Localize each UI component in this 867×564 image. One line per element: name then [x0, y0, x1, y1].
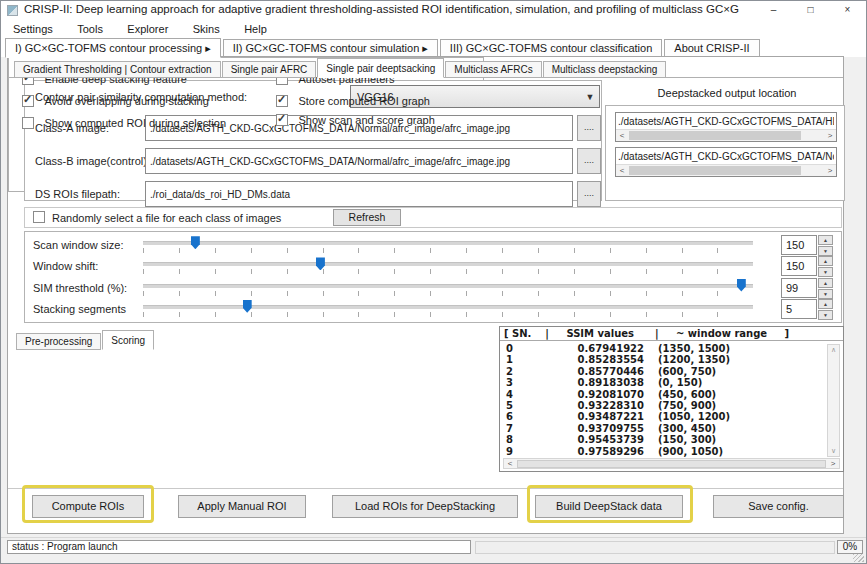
stacking-segments-slider[interactable] [143, 299, 753, 319]
scrollbar-thumb[interactable] [629, 166, 801, 175]
app-icon [7, 5, 18, 16]
sliders-group: Scan window size: 150 ▲ ▼ Window shift: [24, 231, 842, 323]
application-window: CRISP-II: Deep learning approach for ada… [0, 0, 867, 564]
subtab-multiclass-afrcs[interactable]: Multiclass AFRCs [445, 61, 541, 78]
stacking-segments-label: Stacking segments [25, 303, 143, 315]
window-shift-slider[interactable] [143, 256, 753, 276]
scroll-right-icon[interactable]: > [824, 165, 836, 176]
subtab-multiclass-deepstacking[interactable]: Multiclass deepstacking [543, 61, 667, 78]
sim-threshold-slider[interactable] [143, 278, 753, 298]
ssim-table-vscrollbar[interactable]: ∧ ∨ [827, 344, 840, 457]
save-config-button[interactable]: Save config. [713, 495, 844, 518]
show-computed-roi-checkbox[interactable] [22, 117, 34, 129]
minimize-button[interactable]: – [755, 1, 792, 19]
show-scan-score-graph-label: Show scan and score graph [298, 114, 434, 126]
menu-skins[interactable]: Skins [183, 20, 230, 38]
store-roi-graph-label: Store computed ROI graph [298, 95, 429, 107]
show-scan-score-graph-checkbox[interactable] [276, 114, 288, 126]
options-tab-bar: Pre-processing Scoring [16, 330, 155, 350]
tab-about-crisp[interactable]: About CRISP-II [664, 39, 759, 57]
slider-track[interactable] [143, 305, 753, 309]
ssim-table-body[interactable]: 00.67941922(1350, 1500) 10.85283554(1200… [502, 343, 824, 457]
menu-help[interactable]: Help [234, 20, 277, 38]
scan-window-size-label: Scan window size: [25, 239, 143, 251]
tab-contour-simulation[interactable]: II) GC×GC-TOFMS contour simulation ▸ [223, 39, 438, 57]
table-row: 40.92081070(450, 600) [502, 389, 824, 400]
spin-down-icon[interactable]: ▼ [818, 267, 833, 277]
ssim-table-header: [ SN. | SSIM values | ~ window range ] [500, 327, 843, 341]
spin-up-icon[interactable]: ▲ [818, 256, 833, 266]
stacking-segments-value[interactable]: 5 [781, 299, 817, 319]
compute-rois-button[interactable]: Compute ROIs [32, 495, 144, 518]
menu-explorer[interactable]: Explorer [117, 20, 178, 38]
load-rois-deepstacking-button[interactable]: Load ROIs for DeepStacking [332, 495, 518, 518]
close-button[interactable]: × [829, 1, 866, 19]
scroll-left-icon[interactable]: < [504, 458, 516, 469]
tab-pre-processing[interactable]: Pre-processing [16, 333, 101, 350]
maximize-button[interactable]: □ [792, 1, 829, 19]
slider-ticks [143, 269, 753, 274]
spin-up-icon[interactable]: ▲ [818, 235, 833, 245]
resize-grip-icon[interactable] [853, 554, 864, 562]
slider-track[interactable] [143, 241, 753, 245]
output-path-1[interactable] [616, 113, 836, 130]
output-path-field-1[interactable]: < > [615, 112, 837, 142]
progress-percent: 0% [837, 540, 863, 554]
slider-track[interactable] [143, 284, 753, 288]
spin-up-icon[interactable]: ▲ [818, 278, 833, 288]
scroll-left-icon[interactable]: < [616, 165, 628, 176]
menu-tools[interactable]: Tools [67, 20, 113, 38]
ssim-table-hscrollbar[interactable]: < > [503, 458, 840, 469]
class-b-image-label: Class-B image(control): [35, 155, 150, 167]
table-row: 00.67941922(1350, 1500) [502, 343, 824, 354]
class-b-browse-button[interactable]: .... [577, 148, 601, 174]
spin-down-icon[interactable]: ▼ [818, 310, 833, 320]
subtab-single-pair-deepstacking[interactable]: Single pair deeptsacking [317, 58, 444, 78]
tab-contour-processing[interactable]: I) GC×GC-TOFMS contour processing ▸ [5, 38, 221, 58]
footer-divider [8, 488, 843, 489]
deepstacked-output-panel: < > < > [605, 105, 845, 201]
scroll-down-icon[interactable]: ∨ [828, 447, 839, 455]
scan-window-size-slider[interactable] [143, 235, 753, 255]
deepstacked-output-title: Deepstacked output location [609, 87, 845, 99]
spin-up-icon[interactable]: ▲ [818, 299, 833, 309]
menu-settings[interactable]: Settings [3, 20, 63, 38]
tab-contour-classification[interactable]: III) GC×GC-TOFMS contour classification [440, 39, 662, 57]
scroll-right-icon[interactable]: > [827, 458, 839, 469]
tab-scoring[interactable]: Scoring [102, 330, 154, 350]
scroll-up-icon[interactable]: ∧ [828, 346, 839, 354]
window-shift-value[interactable]: 150 [781, 256, 817, 276]
build-deepstack-data-button[interactable]: Build DeepStack data [535, 495, 683, 518]
table-row: 90.97589296(900, 1050) [502, 446, 824, 457]
spin-down-icon[interactable]: ▼ [818, 289, 833, 299]
refresh-button[interactable]: Refresh [333, 209, 401, 226]
class-b-image-field[interactable] [145, 148, 573, 174]
subtab-single-pair-afrc[interactable]: Single pair AFRC [222, 61, 317, 78]
output-path-2[interactable] [616, 148, 836, 165]
scrollbar-thumb[interactable] [517, 460, 826, 468]
subtab-gradient-thresholding[interactable]: Gradient Thresholding | Contour extracti… [14, 61, 221, 78]
scan-window-size-value[interactable]: 150 [781, 235, 817, 255]
progress-bar [475, 541, 835, 554]
store-roi-graph-checkbox[interactable] [276, 95, 288, 107]
random-select-checkbox[interactable] [33, 211, 45, 223]
output-path-field-2[interactable]: < > [615, 147, 837, 177]
slider-track[interactable] [143, 262, 753, 266]
avoid-overlapping-label: Avoid overlapping during stacking [44, 95, 208, 107]
scroll-left-icon[interactable]: < [616, 130, 628, 141]
apply-manual-roi-button[interactable]: Apply Manual ROI [178, 495, 306, 518]
scroll-right-icon[interactable]: > [824, 130, 836, 141]
ssim-results-table: [ SN. | SSIM values | ~ window range ] 0… [499, 326, 844, 472]
class-a-browse-button[interactable]: .... [577, 115, 601, 141]
show-computed-roi-label: Show computed ROI during selection [44, 117, 226, 129]
output-path-1-hscrollbar[interactable]: < > [616, 130, 836, 141]
window-title: CRISP-II: Deep learning approach for ada… [24, 3, 739, 15]
ds-rois-filepath-field[interactable] [145, 181, 573, 207]
table-row: 70.93709755(300, 450) [502, 423, 824, 434]
sim-threshold-value[interactable]: 99 [781, 278, 817, 298]
output-path-2-hscrollbar[interactable]: < > [616, 165, 836, 176]
ds-rois-browse-button[interactable]: .... [577, 181, 601, 207]
scrollbar-thumb[interactable] [629, 131, 801, 140]
spin-down-icon[interactable]: ▼ [818, 246, 833, 256]
avoid-overlapping-checkbox[interactable] [22, 95, 34, 107]
